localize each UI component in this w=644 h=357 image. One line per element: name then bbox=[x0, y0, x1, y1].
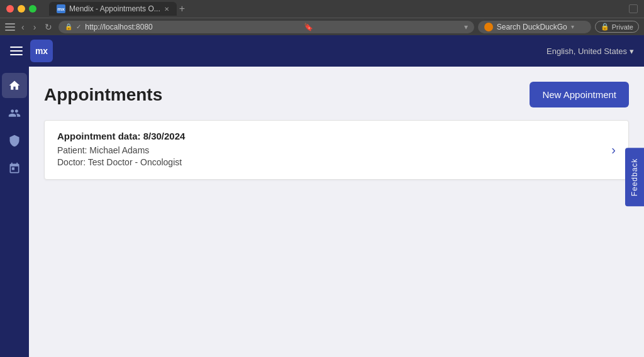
browser-navbar: ‹ › ↻ 🔒 ✓ http://localhost:8080 🔖 ▾ Sear… bbox=[0, 18, 644, 35]
tab-bar: mx Mendix - Appointments O... ✕ + bbox=[49, 2, 621, 16]
language-dropdown-icon: ▾ bbox=[630, 47, 634, 56]
appointment-doctor: Doctor: Test Doctor - Oncologist bbox=[57, 157, 611, 167]
minimize-window-button[interactable] bbox=[18, 5, 25, 13]
appointment-info: Appointment data: 8/30/2024 Patient: Mic… bbox=[57, 131, 611, 169]
page-header: Appointments New Appointment bbox=[44, 82, 629, 107]
back-button[interactable]: ‹ bbox=[19, 21, 27, 33]
patients-icon bbox=[8, 107, 21, 119]
shield-icon bbox=[8, 135, 21, 147]
private-mode-badge: 🔒 Private bbox=[595, 21, 639, 33]
window-controls bbox=[626, 4, 638, 13]
sidebar-toggle-button[interactable] bbox=[5, 23, 15, 31]
tab-favicon: mx bbox=[57, 4, 65, 13]
appointment-patient: Patient: Michael Adams bbox=[57, 145, 611, 155]
tab-title: Mendix - Appointments O... bbox=[69, 4, 160, 13]
appointment-card[interactable]: Appointment data: 8/30/2024 Patient: Mic… bbox=[44, 120, 629, 180]
hamburger-menu-button[interactable] bbox=[10, 47, 23, 55]
tab-close-button[interactable]: ✕ bbox=[164, 6, 169, 13]
app-container: Appointments New Appointment Appointment… bbox=[0, 35, 644, 357]
bookmark-icon[interactable]: 🔖 bbox=[304, 23, 313, 31]
main-content: Appointments New Appointment Appointment… bbox=[29, 67, 644, 357]
new-appointment-button[interactable]: New Appointment bbox=[530, 82, 629, 107]
sidebar-item-appointments[interactable] bbox=[2, 156, 27, 181]
appointment-date: Appointment data: 8/30/2024 bbox=[57, 131, 611, 141]
feedback-button[interactable]: Feedback bbox=[625, 148, 644, 207]
address-bar[interactable]: 🔒 ✓ http://localhost:8080 🔖 ▾ bbox=[58, 21, 474, 33]
reload-button[interactable]: ↻ bbox=[42, 21, 55, 33]
search-bar[interactable]: Search DuckDuckGo ▾ bbox=[478, 21, 591, 33]
url-text[interactable]: http://localhost:8080 bbox=[85, 23, 152, 31]
app-logo: mx bbox=[30, 40, 53, 62]
lock-icon: 🔒 bbox=[601, 23, 609, 31]
private-label: Private bbox=[612, 23, 633, 31]
active-tab[interactable]: mx Mendix - Appointments O... ✕ bbox=[49, 2, 177, 16]
app-topbar: mx English, United States ▾ bbox=[0, 35, 644, 67]
appointment-detail-button[interactable]: › bbox=[611, 143, 616, 157]
duckduckgo-icon bbox=[484, 23, 493, 31]
search-dropdown-icon[interactable]: ▾ bbox=[571, 23, 574, 30]
forward-button[interactable]: › bbox=[31, 21, 39, 33]
sidebar-item-security[interactable] bbox=[2, 128, 27, 153]
restore-window-button[interactable] bbox=[629, 4, 638, 13]
sidebar-item-home[interactable] bbox=[2, 73, 27, 98]
traffic-lights[interactable] bbox=[6, 5, 36, 13]
address-dropdown-icon[interactable]: ▾ bbox=[464, 23, 468, 31]
calendar-icon bbox=[8, 162, 21, 175]
sidebar-item-patients[interactable] bbox=[2, 101, 27, 126]
maximize-window-button[interactable] bbox=[29, 5, 36, 13]
security-lock-icon: 🔒 bbox=[65, 23, 72, 30]
sidebar bbox=[0, 67, 29, 357]
close-window-button[interactable] bbox=[6, 5, 14, 13]
verified-icon: ✓ bbox=[76, 23, 81, 30]
home-icon bbox=[8, 79, 21, 92]
search-placeholder[interactable]: Search DuckDuckGo bbox=[497, 23, 567, 31]
new-tab-button[interactable]: + bbox=[179, 3, 185, 14]
page-title: Appointments bbox=[44, 85, 162, 105]
language-label: English, United States bbox=[547, 47, 627, 56]
language-selector[interactable]: English, United States ▾ bbox=[547, 47, 634, 56]
